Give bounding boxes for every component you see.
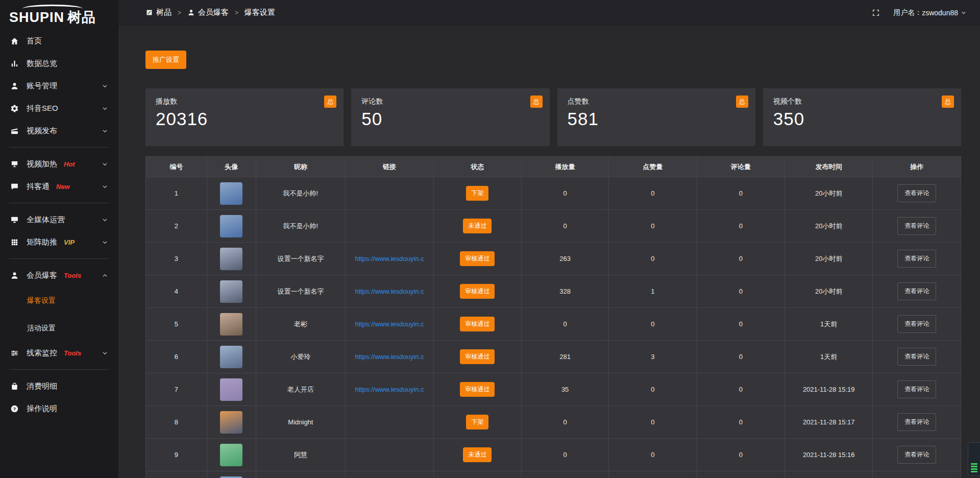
cell-status: 未通过 [433,210,521,243]
profile-link[interactable]: https://www.iesdouyin.c [355,386,424,393]
view-comments-button[interactable]: 查看评论 [897,446,936,464]
sidebar-item[interactable]: 抖客通New [0,175,118,198]
view-comments-button[interactable]: 查看评论 [897,217,936,235]
status-badge: 未通过 [463,219,492,233]
breadcrumb-item-home[interactable]: 树品 [156,8,172,17]
profile-link[interactable]: https://www.iesdouyin.c [355,255,424,262]
cell-comments: 0 [697,210,785,243]
sidebar-item[interactable]: 数据总览 [0,52,118,75]
cell-status: 审核通过 [433,243,521,275]
avatar [220,444,242,466]
sidebar-item[interactable]: 视频发布 [0,119,118,142]
table-header: 编号头像昵称链接状态播放量点赞量评论量发布时间操作 [146,157,961,177]
cell-plays: 0 [522,210,609,243]
cell-id: 8 [146,406,207,439]
profile-link[interactable]: https://www.iesdouyin.c [355,320,424,328]
view-comments-button[interactable]: 查看评论 [897,348,936,366]
sidebar-item[interactable]: 会员爆客Tools [0,264,118,286]
status-badge: 审核通过 [460,317,495,331]
status-badge: 审核通过 [460,251,495,266]
column-header: 播放量 [522,157,609,177]
sidebar-item-label: 视频加热 [27,159,57,169]
sidebar-item[interactable]: 首页 [0,30,118,52]
stat-card: 点赞数581总 [557,88,755,146]
stat-card: 评论数50总 [351,88,549,146]
chevron-down-icon [102,128,108,134]
cell-link [346,406,433,439]
sidebar-item[interactable]: 账号管理 [0,75,118,97]
table-row: 1我不是小帅!下架00020小时前查看评论 [146,177,961,210]
profile-link[interactable]: https://www.iesdouyin.c [355,288,424,295]
floating-widget[interactable] [968,442,980,476]
view-comments-button[interactable]: 查看评论 [897,282,936,300]
profile-link[interactable]: https://www.iesdouyin.c [355,353,424,361]
chat-icon [10,182,19,191]
fullscreen-icon[interactable] [872,9,880,17]
cell-time: 2021-11-28 15:16 [785,439,872,471]
app-window: SHUPIN树品 首页数据总览账号管理抖音SEO视频发布视频加热Hot抖客通Ne… [0,0,980,478]
column-header: 昵称 [256,157,346,177]
cell-link: https://www.iesdouyin.c [346,243,433,275]
status-badge: 审核通过 [460,382,495,397]
cell-nickname: 小爱玲 [256,341,346,373]
breadcrumb: 树品 > 会员爆客 > 爆客设置 [145,8,275,17]
avatar [220,346,242,368]
widget-bar [971,463,977,465]
cell-action: 查看评论 [873,177,961,210]
cell-status: 下架 [433,177,521,210]
cell-id: 1 [146,177,207,210]
sidebar-subitem[interactable]: 爆客设置 [0,286,118,314]
avatar [220,411,242,434]
cell-avatar [207,210,256,243]
sidebar-item[interactable]: 线索监控Tools [0,342,118,364]
avatar [220,280,242,303]
cell-id: 2 [146,210,207,243]
sidebar-item[interactable]: 矩阵助推VIP [0,231,118,253]
sidebar-item[interactable]: 全媒体运营 [0,208,118,231]
promo-settings-button[interactable]: 推广设置 [145,51,186,69]
table-row: 3设置一个新名字https://www.iesdouyin.c审核通过26300… [146,243,961,275]
cell-id: 7 [146,373,207,406]
monitor-icon [10,216,19,224]
chevron-down-icon [102,239,108,246]
status-badge: 下架 [466,415,488,429]
sidebar-item[interactable]: 视频加热Hot [0,153,118,175]
view-comments-button[interactable]: 查看评论 [897,413,936,431]
cell-status: 未通过 [433,439,521,471]
cell-action: 查看评论 [873,406,961,439]
column-header: 点赞量 [609,157,697,177]
cell-likes: 3 [609,341,697,373]
stat-label: 播放数 [156,97,333,106]
widget-bar [971,466,977,467]
view-comments-button[interactable]: 查看评论 [897,315,936,333]
sidebar-item-tag: Tools [64,349,81,357]
cell-id: 9 [146,439,207,471]
stats-row: 播放数20316总评论数50总点赞数581总视频个数350总 [145,88,961,146]
cell-plays: 0 [522,177,609,210]
cell-comments [697,471,785,478]
cell-likes [609,471,697,478]
sidebar-item[interactable]: 操作说明 [0,397,118,420]
user-menu[interactable]: 用户名： zswodun88 [893,8,967,17]
cell-plays: 328 [522,275,609,308]
cell-action: 查看评论 [873,471,961,478]
breadcrumb-item-section[interactable]: 会员爆客 [198,8,229,17]
cell-status: 下架 [433,406,521,439]
sidebar-subitem[interactable]: 活动设置 [0,314,118,342]
table-row: 8Midnight下架0002021-11-28 15:17查看评论 [146,406,961,439]
home-icon [10,37,19,45]
cell-plays [522,471,609,478]
view-comments-button[interactable]: 查看评论 [897,184,936,202]
column-header: 发布时间 [785,157,872,177]
view-comments-button[interactable]: 查看评论 [897,380,936,398]
view-comments-button[interactable]: 查看评论 [897,250,936,268]
cell-comments: 0 [697,275,785,308]
sidebar-item[interactable]: 消费明细 [0,375,118,397]
cell-link [346,210,433,243]
video-icon [10,127,19,135]
table-row: 4设置一个新名字https://www.iesdouyin.c审核通过32810… [146,275,961,308]
heat-icon [10,160,19,169]
sidebar-item[interactable]: 抖音SEO [0,97,118,119]
brand-name: SHUPIN树品 [9,8,118,27]
topbar-right: 用户名： zswodun88 [872,8,967,17]
